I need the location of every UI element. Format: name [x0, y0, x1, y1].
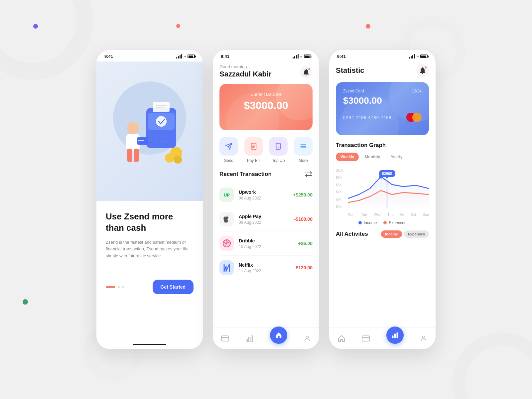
card-nav-icon-3 — [362, 335, 370, 341]
nav-card[interactable] — [221, 335, 229, 341]
x-sat: Sat — [411, 213, 416, 216]
svg-rect-37 — [246, 339, 248, 342]
apple-date: 09 Aug 2022 — [239, 220, 294, 225]
action-paybill[interactable]: Pay Bill — [244, 137, 263, 163]
svg-point-4 — [155, 135, 158, 138]
svg-point-15 — [127, 122, 139, 134]
line-chart-svg — [348, 169, 429, 208]
stats-nav-chart-button[interactable] — [386, 327, 404, 344]
nav-home-button[interactable] — [270, 327, 287, 344]
sb4 — [298, 54, 299, 59]
stats-nav-home[interactable] — [337, 334, 345, 342]
stats-nav-profile[interactable] — [420, 334, 427, 342]
apple-logo — [223, 215, 230, 223]
nav-stats[interactable] — [245, 335, 253, 342]
phone3-main-content: Statistic Zsend Card 12/24 $3000.00 5294… — [329, 62, 436, 242]
get-started-button[interactable]: Get Started — [153, 280, 194, 294]
phone-statistics: 9:41 ≈ Statistic — [329, 50, 436, 349]
activities-tabs: Income Expenses — [381, 230, 429, 238]
upwork-date: 08 Aug 2022 — [239, 196, 293, 200]
activities-section: All Activites Income Expenses — [336, 230, 429, 238]
netflix-icon — [219, 260, 234, 275]
card-expiry: 12/24 — [412, 89, 422, 93]
battery-icon-2 — [304, 55, 311, 58]
legend-expenses: Expenses — [383, 220, 406, 225]
y-6k: $6K — [336, 183, 343, 187]
user-name: Sazzadul Kabir — [219, 70, 271, 78]
inactive-dot-1 — [118, 286, 120, 288]
stats-page-title: Statistic — [336, 66, 364, 75]
svg-rect-35 — [221, 336, 229, 341]
svg-rect-20 — [138, 140, 144, 141]
battery-icon-1 — [188, 55, 195, 58]
transactions-header: Recent Transaction — [219, 171, 313, 178]
transactions-title: Recent Transaction — [219, 171, 272, 178]
apple-amount: -$100.00 — [294, 216, 313, 222]
status-bar-3: 9:41 ≈ — [329, 50, 436, 62]
stats-header: Statistic — [336, 62, 429, 82]
header-row: Good morning Sazzadul Kabir — [219, 64, 313, 78]
stats-nav-card[interactable] — [362, 335, 370, 341]
card-nav-icon — [221, 335, 229, 341]
nav-profile[interactable] — [304, 334, 311, 342]
apple-icon — [219, 212, 234, 226]
svg-point-10 — [165, 139, 168, 142]
action-send[interactable]: Send — [219, 137, 238, 163]
action-topup[interactable]: Top Up — [269, 137, 288, 163]
stats-notification-dot — [424, 66, 427, 69]
sb3 — [296, 55, 297, 59]
status-bar-1: 9:41 ≈ — [96, 50, 203, 62]
netflix-info: Netflix 11 Aug 2022 — [239, 262, 294, 273]
inactive-dot-2 — [122, 286, 124, 288]
action-more[interactable]: More — [294, 137, 313, 163]
transaction-apple: Apple Pay 09 Aug 2022 -$100.00 — [219, 207, 313, 231]
chart-legend: Income Expenses — [336, 220, 429, 225]
topup-icon-wrapper — [269, 137, 288, 156]
battery-icon-3 — [420, 55, 428, 58]
quick-actions-row: Send Pay Bill — [219, 137, 313, 163]
svg-rect-39 — [251, 336, 253, 342]
bg-dot-3 — [366, 24, 370, 29]
tab-yearly[interactable]: Yearly — [386, 153, 407, 161]
transfer-icon — [305, 171, 313, 177]
svg-rect-11 — [153, 102, 170, 112]
credit-card: Zsend Card 12/24 $3000.00 5294 2436 4780… — [336, 82, 429, 135]
status-icons-3: ≈ — [409, 55, 428, 59]
bill-icon-wrapper — [244, 137, 263, 156]
pagination-indicator — [106, 286, 124, 288]
tab-income[interactable]: Income — [381, 230, 402, 238]
svg-point-29 — [278, 147, 279, 148]
stats-notification-button[interactable] — [416, 64, 429, 77]
onboarding-subtext: Zsend is the fastest and safest medium o… — [106, 239, 194, 260]
svg-rect-17 — [127, 149, 132, 162]
upwork-icon: UP — [219, 188, 234, 202]
x-mon: Mon — [348, 213, 354, 216]
tab-weekly[interactable]: Weekly — [336, 153, 359, 161]
activities-title: All Activites — [336, 231, 368, 237]
y-10k: $10K — [336, 169, 343, 172]
tab-expenses[interactable]: Expenses — [404, 230, 429, 238]
transaction-netflix: Netflix 11 Aug 2022 -$120.00 — [219, 256, 313, 280]
x-fri: Fri — [400, 213, 404, 216]
signal-icon-2 — [293, 55, 299, 59]
graph-section: Transaction Graph Weekly Monthly Yearly … — [336, 142, 429, 225]
apple-name: Apple Pay — [239, 214, 294, 219]
mc-yellow-circle — [412, 113, 422, 122]
y-4k: $4K — [336, 190, 343, 194]
profile-nav-icon — [304, 334, 311, 342]
tab-monthly[interactable]: Monthly — [360, 153, 385, 161]
dribble-info: Dribble 10 Aug 2022 — [239, 238, 298, 249]
bottom-nav-3 — [329, 328, 436, 349]
onboarding-heading: Use Zsend more than cash — [106, 211, 194, 234]
card-bottom-row: 5294 2436 4780 2468 — [343, 113, 422, 122]
transaction-dribble: Dribble 10 Aug 2022 +$6.00 — [219, 231, 313, 256]
x-tue: Tue — [361, 213, 367, 216]
apple-info: Apple Pay 09 Aug 2022 — [239, 214, 294, 225]
income-legend-label: Income — [364, 220, 377, 225]
signal-bar-3 — [180, 55, 181, 59]
svg-point-5 — [160, 135, 163, 138]
signal-bar-2 — [178, 56, 179, 59]
more-icon — [300, 143, 307, 150]
status-time-3: 9:41 — [337, 54, 346, 59]
notification-button[interactable] — [300, 66, 313, 78]
